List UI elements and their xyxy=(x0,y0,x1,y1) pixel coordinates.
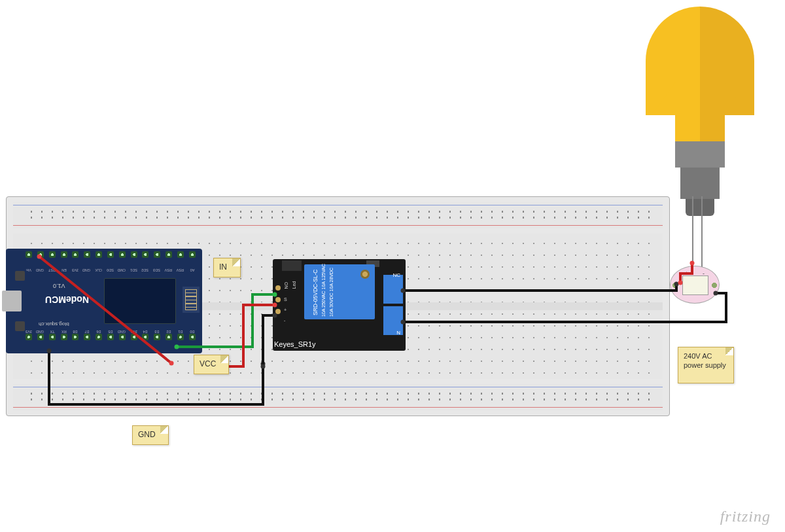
esp8266-chip xyxy=(104,278,176,324)
rst-button xyxy=(15,271,25,281)
note-in: IN xyxy=(213,258,241,277)
relay-minus-label: - xyxy=(284,318,285,323)
wifi-antenna-icon xyxy=(183,287,200,313)
relay-model-label: SRD-05VDC-SL-C xyxy=(312,270,319,315)
light-bulb xyxy=(642,7,758,170)
flash-button xyxy=(15,321,25,331)
lilypad-plus-label: + xyxy=(685,270,688,277)
relay-n-label: N xyxy=(396,330,400,336)
relay-pin-plus xyxy=(275,297,281,302)
relay-s-label: S xyxy=(284,297,287,302)
relay-nc-label: NC xyxy=(392,272,400,278)
note-vcc: VCC xyxy=(194,355,229,374)
relay-pin-s xyxy=(275,285,281,291)
nodemcu-board: VinGNDRSTEN3V3GNDCLKSD0CMDSD1SD2SD3RSVRS… xyxy=(6,249,202,353)
relay-rating-1: 10A 250VAC 10A 125VAC xyxy=(321,264,326,317)
relay-led-label: Led xyxy=(292,281,296,289)
relay-block: SRD-05VDC-SL-C 10A 250VAC 10A 125VAC 10A… xyxy=(304,264,375,319)
relay-rating-2: 10A 30VDC 10A 28VDC xyxy=(329,268,334,317)
relay-pin-minus xyxy=(275,309,281,314)
nodemcu-name-label: NodeMCU xyxy=(45,294,89,305)
relay-module-label: Keyes_SR1y xyxy=(274,340,316,348)
nodemcu-version-label: V1.0 xyxy=(53,283,65,289)
nodemcu-url-label: blog.squix.ch xyxy=(39,321,69,327)
note-gnd: GND xyxy=(132,425,169,445)
fritzing-watermark: fritzing xyxy=(720,508,771,525)
relay-terminal-block xyxy=(383,275,403,304)
relay-plus-label: + xyxy=(284,308,287,312)
relay-no-label: NO xyxy=(284,282,288,289)
lilypad-connector: + - xyxy=(670,266,720,304)
note-240v-ac: 240V AC power supply xyxy=(678,347,734,383)
relay-module: SRD-05VDC-SL-C 10A 250VAC 10A 125VAC 10A… xyxy=(273,259,406,351)
usb-port-icon xyxy=(2,291,22,311)
lilypad-minus-label: - xyxy=(703,270,705,277)
